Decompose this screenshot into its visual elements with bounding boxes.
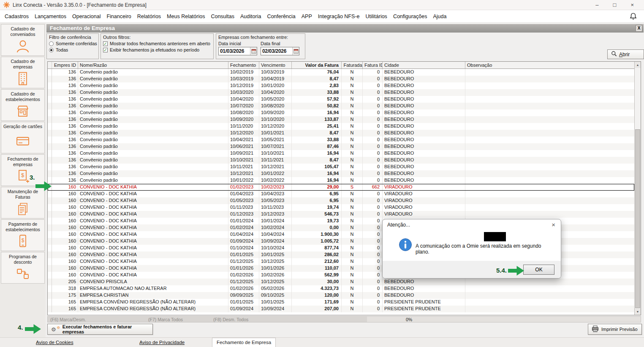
radio-option-todas[interactable]: Todas — [49, 47, 96, 52]
date-final-input[interactable]: 02/03/2026 — [261, 47, 299, 55]
column-header-vencimento[interactable]: Vencimento — [259, 62, 292, 68]
ok-button[interactable]: OK — [523, 265, 554, 275]
row-indicator — [48, 272, 52, 279]
menu-item-financeiro[interactable]: Financeiro — [103, 14, 134, 19]
table-row[interactable]: 136Convêenio padrão10/03/201910/04/20198… — [48, 76, 634, 82]
cell: 0 — [363, 137, 383, 143]
menu-item-integracao-nfs-e[interactable]: Integração NFS-e — [315, 14, 363, 19]
table-row[interactable]: 160CONVENIO - DOC KATHIA01/05/202310/05/… — [48, 197, 634, 204]
menu-item-operacional[interactable]: Operacional — [69, 14, 103, 19]
panel-close-button[interactable]: X — [636, 25, 642, 32]
column-header-valor-da-fatura[interactable]: Valor da Fatura — [292, 62, 342, 68]
column-header-fechamento[interactable]: Fechamento — [228, 62, 259, 68]
sidebar-item-pagamento-de-estabelecimentos[interactable]: Pagamento de estabelecimentos$ — [1, 219, 45, 251]
table-row[interactable]: 136Convêenio padrão10/04/202010/05/20205… — [48, 96, 634, 103]
cookies-link[interactable]: Aviso de Cookies — [36, 340, 73, 345]
menu-item-app[interactable]: APP — [299, 14, 315, 19]
table-row[interactable]: 136Convêenio padrão10/07/202010/08/20205… — [48, 103, 634, 109]
cell: Convêenio padrão — [78, 164, 228, 170]
table-row[interactable]: 136Convêenio padrão10/04/202110/05/20213… — [48, 137, 634, 143]
sidebar-item-cadastro-de-estabelecimentos[interactable]: Cadastro de estabelecimentos — [1, 89, 45, 121]
cell: N — [342, 150, 363, 157]
sidebar-item-manutencao-de-faturas[interactable]: Manutenção de Faturas — [1, 187, 45, 219]
menu-item-ajuda[interactable]: Ajuda — [430, 14, 449, 19]
calendar-icon[interactable] — [292, 47, 299, 55]
table-row[interactable]: 165EMPRESA CONVÊNIO REGRESSÃO (NÃO ALTER… — [48, 306, 634, 312]
column-header-fatura-id[interactable]: Fatura ID — [363, 62, 383, 68]
store-icon — [15, 102, 30, 120]
checkbox-option-mostrar-todos-fechamentos-anteriores-em-aberto[interactable]: ✓Mostrar todos fechamentos anteriores em… — [103, 41, 211, 46]
abrir-button[interactable]: Abrir — [607, 49, 644, 59]
checkbox-icon[interactable]: ✓ — [103, 48, 108, 52]
table-row[interactable]: 136Convêenio padrão10/11/202010/12/20202… — [48, 123, 634, 130]
menu-item-auditoria[interactable]: Auditoria — [237, 14, 264, 19]
dialog-close-icon[interactable]: × — [552, 221, 555, 228]
bell-icon[interactable] — [629, 12, 637, 22]
content: Cadastro de conveniadosCadastro de empre… — [0, 23, 644, 337]
menu-item-consultas[interactable]: Consultas — [208, 14, 237, 19]
table-row[interactable]: 136Convêenio padrão10/01/202210/02/20221… — [48, 177, 634, 184]
scroll-down-icon[interactable]: ▼ — [635, 309, 641, 315]
checkbox-icon[interactable]: ✓ — [103, 41, 108, 46]
cell: Convêenio padrão — [78, 109, 228, 116]
date-initial-input[interactable]: 01/03/2026 — [218, 47, 257, 55]
table-row[interactable]: 136Convêenio padrão10/09/202010/10/20201… — [48, 116, 634, 123]
menu-item-meus-relatorios[interactable]: Meus Relatórios — [164, 14, 208, 19]
table-row[interactable]: 136Convêenio padrão10/06/202110/07/20218… — [48, 143, 634, 150]
checkbox-option-exibir-fechamentos-ja-efetuados-no-periodo[interactable]: ✓Exibir fechamentos ja efetuados no perí… — [103, 47, 211, 52]
table-row[interactable]: 136Convêenio padrão10/03/202010/04/20203… — [48, 89, 634, 96]
table-row[interactable]: 165EMPRESA CONVÊNIO REGRESSÃO (NÃO ALTER… — [48, 299, 634, 306]
column-header-nome-razao[interactable]: Nome/Razão — [78, 62, 228, 68]
cell: 10/08/2020 — [228, 109, 259, 116]
table-row[interactable]: 160CONVENIO - DOC KATHIA01/11/202310/11/… — [48, 204, 634, 211]
cell: S — [342, 184, 363, 191]
table-row[interactable]: 136Convêenio padrão10/02/201910/03/20197… — [48, 69, 634, 76]
vertical-scrollbar[interactable]: ▲ ▼ — [634, 62, 641, 315]
sidebar-item-cadastro-de-conveniados[interactable]: Cadastro de conveniados — [1, 24, 45, 56]
scrollbar-thumb[interactable] — [635, 129, 640, 308]
menu-item-conferencia[interactable]: Conferência — [264, 14, 298, 19]
printer-icon — [592, 325, 599, 333]
column-header-cidade[interactable]: Cidade — [383, 62, 465, 68]
sidebar-item-geracao-de-cartoes[interactable]: Geração de cartões — [1, 122, 45, 153]
radio-option-somente-conferidas[interactable]: Somente conferidas — [49, 41, 96, 46]
table-row[interactable]: 136Convêenio padrão10/12/202110/01/20221… — [48, 170, 634, 177]
table-row[interactable]: ►160CONVENIO - DOC KATHIA01/02/202310/02… — [48, 184, 634, 191]
column-header-empres-id[interactable]: Empres ID — [52, 62, 78, 68]
menu-item-lancamentos[interactable]: Lançamentos — [32, 14, 69, 19]
menu-item-configuracoes[interactable]: Configurações — [390, 14, 430, 19]
cell: 546,73 — [292, 211, 342, 218]
menu-item-relatorios[interactable]: Relatórios — [134, 14, 164, 19]
print-preview-button[interactable]: Imprimir Previsão — [588, 324, 642, 335]
maximize-button[interactable]: □ — [613, 1, 617, 9]
cell: 0 — [363, 96, 383, 103]
column-header-observacao[interactable]: Observação — [465, 62, 634, 68]
table-row[interactable]: 160CONVENIO - DOC KATHIA01/12/202310/12/… — [48, 211, 634, 218]
table-row[interactable]: 136Convêenio padrão10/10/202110/11/20218… — [48, 157, 634, 164]
table-row[interactable]: 160CONVENIO - DOC KATHIA01/04/202310/04/… — [48, 191, 634, 197]
tab-fechamento-de-empresa[interactable]: Fechamento de Empresa — [212, 338, 276, 347]
table-row[interactable]: 205CONVENIO PRISCILA01/12/202510/12/2025… — [48, 279, 634, 285]
table-row[interactable]: 318EMPRESA AUTOMACAO NAO ALTERAR01/02/20… — [48, 285, 634, 292]
radio-icon[interactable] — [49, 48, 54, 52]
table-row[interactable]: 175EMPRESA CHRISTIAN09/09/202509/10/2025… — [48, 292, 634, 299]
menu-item-utilitarios[interactable]: Utilitários — [362, 14, 390, 19]
table-row[interactable]: 136Convêenio padrão10/08/202010/09/20201… — [48, 109, 634, 116]
sidebar-item-programas-de-desconto[interactable]: Programas de desconto — [1, 252, 45, 284]
table-row[interactable]: 136Convêenio padrão10/09/202110/10/20211… — [48, 150, 634, 157]
menu-item-cadastros[interactable]: Cadastros — [2, 14, 32, 19]
radio-icon[interactable] — [49, 41, 54, 46]
close-button[interactable]: × — [630, 1, 634, 9]
column-header-faturada[interactable]: Faturada — [342, 62, 363, 68]
execute-closings-button[interactable]: ⚙⚙ Executar fechamentos e faturar empres… — [47, 324, 153, 335]
calendar-icon[interactable] — [250, 47, 257, 55]
table-row[interactable]: 136Convêenio padrão10/12/202010/01/20218… — [48, 130, 634, 137]
cell: Convêenio padrão — [78, 150, 228, 157]
minimize-button[interactable]: – — [595, 1, 598, 9]
privacy-link[interactable]: Aviso de Privacidade — [139, 340, 185, 345]
table-row[interactable]: 136Convêenio padrão10/11/202110/12/20211… — [48, 164, 634, 170]
sidebar-item-fechamento-de-empresas[interactable]: Fechamento de empresas$ — [1, 154, 45, 186]
table-row[interactable]: 136Convêenio padrão10/12/201910/01/20202… — [48, 82, 634, 89]
sidebar-item-cadastro-de-empresas[interactable]: Cadastro de empresas — [1, 57, 45, 88]
scroll-up-icon[interactable]: ▲ — [635, 62, 641, 68]
